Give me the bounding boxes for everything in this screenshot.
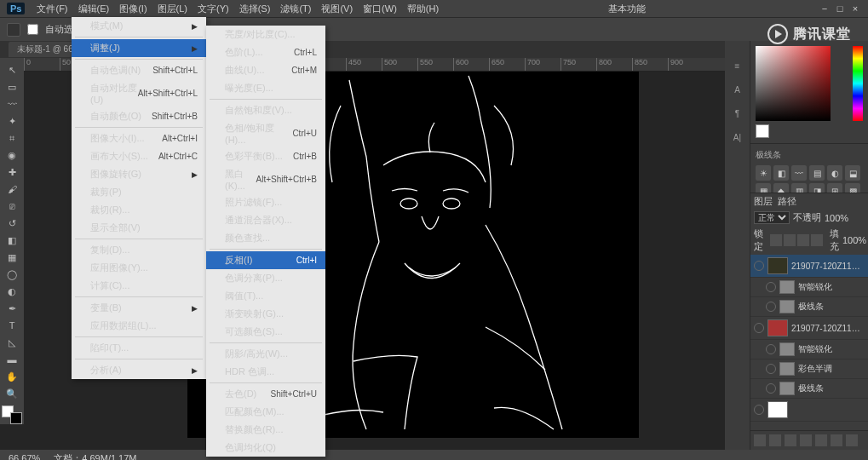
workspace-label[interactable]: 基本功能	[608, 3, 646, 15]
history-icon[interactable]: ≡	[730, 58, 745, 73]
menu-item[interactable]: 图像旋转(G)▶	[72, 165, 206, 183]
zoom-tool-icon[interactable]: 🔍	[3, 386, 21, 401]
adj-icon[interactable]: 〰	[791, 165, 807, 181]
history-brush-icon[interactable]: ↺	[3, 216, 21, 231]
lasso-tool-icon[interactable]: 〰	[3, 96, 21, 112]
menu-item[interactable]: 分析(A)▶	[72, 361, 206, 379]
menu-item[interactable]: 自动色调(N)Shift+Ctrl+L	[72, 61, 206, 79]
type-tool-icon[interactable]: T	[3, 318, 21, 333]
marquee-tool-icon[interactable]: ▭	[3, 79, 21, 95]
maximize-icon[interactable]: □	[834, 3, 846, 14]
new-layer-icon[interactable]	[831, 434, 842, 446]
visibility-icon[interactable]	[766, 364, 776, 374]
lock-icon[interactable]	[797, 234, 809, 246]
styles-icon[interactable]: A|	[730, 129, 745, 145]
menu-item[interactable]: HDR 色调...	[206, 363, 325, 381]
fill-value[interactable]: 100%	[842, 235, 866, 245]
menu-edit[interactable]: 编辑(E)	[73, 3, 115, 15]
color-panel[interactable]	[750, 41, 868, 143]
menu-select[interactable]: 选择(S)	[234, 3, 276, 15]
fx-icon[interactable]	[769, 434, 781, 446]
menu-item[interactable]: 照片滤镜(F)...	[206, 193, 325, 211]
pen-tool-icon[interactable]: ✒	[3, 301, 21, 316]
menu-item[interactable]: 图像大小(I)...Alt+Ctrl+I	[72, 129, 206, 147]
menu-item[interactable]: 画布大小(S)...Alt+Ctrl+C	[72, 147, 206, 165]
path-tool-icon[interactable]: ◺	[3, 335, 21, 350]
menu-file[interactable]: 文件(F)	[32, 3, 72, 15]
visibility-icon[interactable]	[754, 405, 764, 415]
visibility-icon[interactable]	[766, 383, 776, 394]
paths-tab[interactable]: 路径	[778, 195, 796, 208]
menu-item[interactable]: 反相(I)Ctrl+I	[206, 251, 325, 269]
menu-item[interactable]: 黑白(K)...Alt+Shift+Ctrl+B	[206, 165, 325, 193]
brush-tool-icon[interactable]: 🖌	[3, 181, 21, 197]
menu-item[interactable]: 通道混合器(X)...	[206, 211, 325, 229]
menu-item[interactable]: 色调分离(P)...	[206, 269, 325, 287]
visibility-icon[interactable]	[766, 302, 776, 312]
menu-item[interactable]: 阴影/高光(W)...	[206, 345, 325, 363]
wand-tool-icon[interactable]: ✦	[3, 113, 21, 129]
menu-window[interactable]: 窗口(W)	[358, 3, 402, 15]
lock-icon[interactable]	[784, 234, 796, 246]
menu-item[interactable]: 模式(M)▶	[72, 17, 206, 35]
minimize-icon[interactable]: −	[819, 3, 831, 14]
move-tool-icon[interactable]	[7, 23, 20, 37]
link-icon[interactable]	[754, 434, 766, 446]
fg-bg-colors[interactable]	[2, 405, 22, 424]
visibility-icon[interactable]	[766, 344, 776, 354]
layer-row[interactable]: 极线条	[750, 379, 868, 399]
adj-icon[interactable]: ☀	[756, 165, 771, 181]
menu-item[interactable]: 曲线(U)...Ctrl+M	[206, 61, 325, 79]
visibility-icon[interactable]	[766, 282, 776, 292]
menu-item[interactable]: 调整(J)▶	[72, 39, 206, 57]
shape-tool-icon[interactable]: ▬	[3, 352, 21, 367]
group-icon[interactable]	[815, 434, 827, 446]
zoom-level[interactable]: 66.67%	[9, 453, 40, 460]
menu-item[interactable]: 阈值(T)...	[206, 287, 325, 305]
menu-item[interactable]: 渐变映射(G)...	[206, 305, 325, 323]
blend-mode-select[interactable]: 正常	[754, 211, 790, 224]
adj-icon[interactable]: ◐	[827, 165, 842, 181]
move-tool-icon[interactable]: ↖	[3, 62, 21, 78]
menu-item[interactable]: 自动颜色(O)Shift+Ctrl+B	[72, 107, 206, 125]
menu-item[interactable]: 自然饱和度(V)...	[206, 101, 325, 119]
eyedropper-tool-icon[interactable]: ◉	[3, 147, 21, 163]
crop-tool-icon[interactable]: ⌗	[3, 130, 21, 146]
para-icon[interactable]: ¶	[730, 106, 745, 121]
dodge-tool-icon[interactable]: ◐	[3, 284, 21, 299]
adjustments-submenu[interactable]: 亮度/对比度(C)...色阶(L)...Ctrl+L曲线(U)...Ctrl+M…	[206, 26, 325, 457]
menu-item[interactable]: 应用数据组(L)...	[72, 317, 206, 335]
hue-slider[interactable]	[853, 46, 863, 121]
image-menu-dropdown[interactable]: 模式(M)▶调整(J)▶自动色调(N)Shift+Ctrl+L自动对比度(U)A…	[72, 17, 206, 379]
adj-icon[interactable]: ⬓	[845, 165, 860, 181]
eraser-tool-icon[interactable]: ◧	[3, 233, 21, 248]
menu-item[interactable]: 应用图像(Y)...	[72, 259, 206, 277]
mask-icon[interactable]	[785, 434, 796, 446]
adj-new-icon[interactable]	[800, 434, 812, 446]
close-icon[interactable]: ×	[849, 3, 861, 14]
layers-tab[interactable]: 图层	[754, 195, 773, 208]
menu-help[interactable]: 帮助(H)	[402, 3, 444, 15]
menu-item[interactable]: 复制(D)...	[72, 241, 206, 259]
menu-item[interactable]: 变量(B)▶	[72, 299, 206, 317]
layer-row[interactable]: 智能锐化	[750, 278, 868, 297]
menu-type[interactable]: 文字(Y)	[193, 3, 234, 15]
gradient-tool-icon[interactable]: ▦	[3, 250, 21, 265]
layer-row[interactable]: 彩色半调	[750, 359, 868, 379]
menu-item[interactable]: 曝光度(E)...	[206, 79, 325, 97]
lock-icon[interactable]	[811, 234, 823, 246]
menu-item[interactable]: 色相/饱和度(H)...Ctrl+U	[206, 119, 325, 147]
menu-item[interactable]: 裁剪(P)	[72, 183, 206, 201]
adj-icon[interactable]: ◧	[773, 165, 789, 181]
menu-view[interactable]: 视图(V)	[316, 3, 358, 15]
menu-item[interactable]: 计算(C)...	[72, 277, 206, 295]
layer-row[interactable]: 219077-120Z1161920...	[750, 317, 868, 340]
lock-icon[interactable]	[770, 234, 782, 246]
menu-filter[interactable]: 滤镜(T)	[275, 3, 316, 15]
menu-item[interactable]: 去色(D)Shift+Ctrl+U	[206, 385, 325, 403]
adj-icon[interactable]: ▤	[809, 165, 825, 181]
char-icon[interactable]: A	[730, 82, 745, 97]
menu-item[interactable]: 亮度/对比度(C)...	[206, 26, 325, 43]
trash-icon[interactable]	[846, 434, 858, 446]
visibility-icon[interactable]	[754, 261, 764, 271]
